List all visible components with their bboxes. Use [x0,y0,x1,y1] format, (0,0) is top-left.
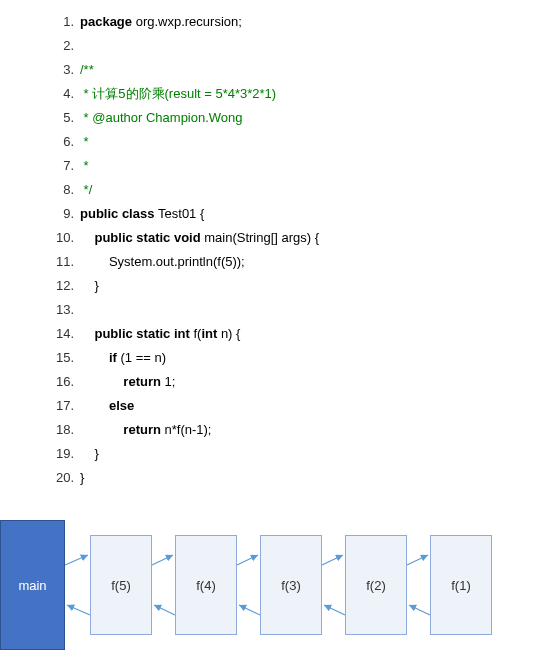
code-token: } [80,470,84,485]
code-line: 2. [40,34,534,58]
line-number: 17. [40,394,80,418]
recursion-diagram: main f(5) f(4) f(3) f(2) f(1) [0,520,520,655]
code-content: if (1 == n) [80,346,166,370]
code-token: n) { [221,326,241,341]
code-line: 7. * [40,154,534,178]
code-token: else [109,398,134,413]
diagram-fbox: f(2) [345,535,407,635]
code-token: org.wxp.recursion; [136,14,242,29]
svg-line-7 [324,605,345,615]
code-token: public static void [94,230,204,245]
code-line: 20.} [40,466,534,490]
code-line: 17. else [40,394,534,418]
code-line: 11. System.out.println(f(5)); [40,250,534,274]
svg-line-9 [409,605,430,615]
code-content: System.out.println(f(5)); [80,250,245,274]
code-token: return [123,422,164,437]
code-content: } [80,274,99,298]
line-number: 19. [40,442,80,466]
code-content: } [80,466,84,490]
code-content: public static int f(int n) { [80,322,240,346]
code-token: int [201,326,221,341]
line-number: 8. [40,178,80,202]
code-token: * @author Champion.Wong [80,110,243,125]
diagram-main-box: main [0,520,65,650]
line-number: 7. [40,154,80,178]
code-token: Test01 { [158,206,204,221]
code-token: public class [80,206,158,221]
line-number: 12. [40,274,80,298]
code-token: * [80,158,89,173]
line-number: 1. [40,10,80,34]
code-token: return [123,374,164,389]
code-line: 19. } [40,442,534,466]
code-token: /** [80,62,94,77]
svg-line-2 [152,555,173,565]
line-number: 2. [40,34,80,58]
line-number: 9. [40,202,80,226]
code-token: if [109,350,121,365]
code-token: * 计算5的阶乘(result = 5*4*3*2*1) [80,86,276,101]
code-token: * [80,134,89,149]
code-token: main(String[] args) { [204,230,319,245]
line-number: 10. [40,226,80,250]
svg-line-6 [322,555,343,565]
code-content: return 1; [80,370,175,394]
code-token: package [80,14,136,29]
code-content: * [80,130,89,154]
code-line: 16. return 1; [40,370,534,394]
code-token: public static int [94,326,193,341]
code-content: } [80,442,99,466]
svg-line-8 [407,555,428,565]
line-number: 16. [40,370,80,394]
code-content: package org.wxp.recursion; [80,10,242,34]
code-token: (1 == n) [120,350,166,365]
code-line: 9.public class Test01 { [40,202,534,226]
code-line: 6. * [40,130,534,154]
diagram-fbox: f(5) [90,535,152,635]
line-number: 18. [40,418,80,442]
line-number: 3. [40,58,80,82]
svg-line-1 [67,605,90,615]
line-number: 5. [40,106,80,130]
code-line: 13. [40,298,534,322]
line-number: 20. [40,466,80,490]
line-number: 15. [40,346,80,370]
svg-line-0 [65,555,88,565]
diagram-fbox: f(4) [175,535,237,635]
diagram-fbox: f(1) [430,535,492,635]
line-number: 6. [40,130,80,154]
code-token: System.out.println(f(5)); [109,254,245,269]
code-line: 18. return n*f(n-1); [40,418,534,442]
code-line: 12. } [40,274,534,298]
svg-line-3 [154,605,175,615]
code-block: 1.package org.wxp.recursion;2.3./**4. * … [0,10,534,490]
code-token: } [94,446,98,461]
code-content: */ [80,178,92,202]
code-line: 8. */ [40,178,534,202]
line-number: 4. [40,82,80,106]
code-token: */ [80,182,92,197]
code-content: return n*f(n-1); [80,418,211,442]
code-line: 10. public static void main(String[] arg… [40,226,534,250]
svg-line-5 [239,605,260,615]
diagram-fbox: f(3) [260,535,322,635]
code-line: 5. * @author Champion.Wong [40,106,534,130]
code-content: public class Test01 { [80,202,204,226]
code-content: * @author Champion.Wong [80,106,243,130]
code-content: public static void main(String[] args) { [80,226,319,250]
code-line: 3./** [40,58,534,82]
svg-line-4 [237,555,258,565]
code-line: 4. * 计算5的阶乘(result = 5*4*3*2*1) [40,82,534,106]
code-content: * 计算5的阶乘(result = 5*4*3*2*1) [80,82,276,106]
line-number: 11. [40,250,80,274]
code-content: else [80,394,134,418]
code-token: n*f(n-1); [165,422,212,437]
code-content: /** [80,58,94,82]
line-number: 14. [40,322,80,346]
code-line: 15. if (1 == n) [40,346,534,370]
line-number: 13. [40,298,80,322]
code-content: * [80,154,89,178]
code-line: 1.package org.wxp.recursion; [40,10,534,34]
code-token: } [94,278,98,293]
